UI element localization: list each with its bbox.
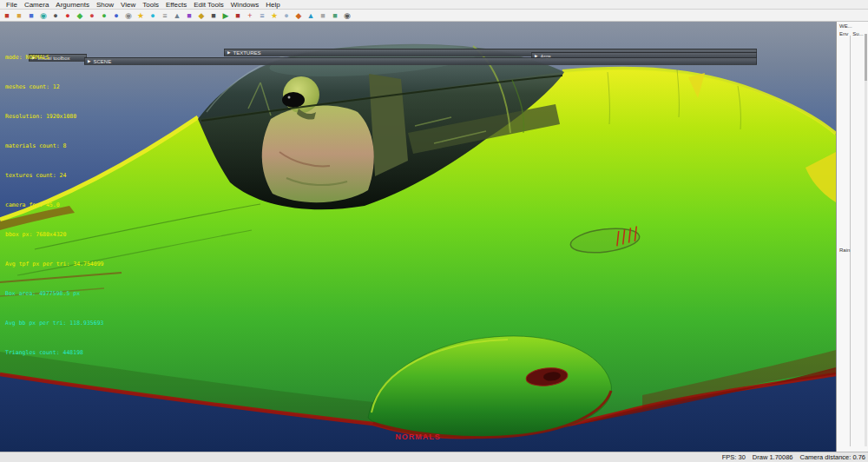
pilot-visor bbox=[282, 92, 305, 108]
toolbar-icon[interactable]: ◉ bbox=[38, 10, 49, 21]
toolbar-icon[interactable]: ● bbox=[148, 10, 158, 21]
toolbar-icon[interactable]: ■ bbox=[26, 10, 36, 21]
debug-stat-line: camera fov: 45.0 bbox=[5, 201, 104, 209]
panel-scrollbar[interactable] bbox=[865, 34, 867, 446]
status-camera-distance: Camera distance: 0.76 bbox=[800, 453, 865, 461]
status-fps: FPS: 30 bbox=[722, 453, 746, 461]
toolbar-icon[interactable]: ■ bbox=[2, 10, 12, 21]
toolbar-icon[interactable]: ■ bbox=[330, 10, 340, 21]
toolbar-icon[interactable]: ● bbox=[99, 10, 109, 21]
toolbar-icon[interactable]: ● bbox=[50, 10, 61, 21]
menu-item[interactable]: Arguments bbox=[52, 1, 93, 9]
toolbar-icon[interactable]: ● bbox=[87, 10, 97, 21]
menu-item[interactable]: Camera bbox=[21, 1, 52, 9]
collapse-arrow-icon: ▶ bbox=[227, 50, 230, 55]
toolbar-icon[interactable]: ◆ bbox=[293, 10, 304, 21]
toolbar-icon[interactable]: ★ bbox=[269, 10, 279, 21]
toolbar-icon[interactable]: ◆ bbox=[196, 10, 207, 21]
toolbar-icon[interactable]: ■ bbox=[318, 10, 328, 21]
right-panel-title: WE... bbox=[837, 22, 868, 29]
render-canvas bbox=[0, 22, 836, 452]
menu-item[interactable]: Edit Tools bbox=[190, 1, 227, 9]
menu-item[interactable]: Show bbox=[93, 1, 117, 9]
toolbar-icon[interactable]: ■ bbox=[14, 10, 24, 21]
toolbar-icon[interactable]: ◉ bbox=[342, 10, 352, 21]
status-draw: Draw 1.70086 bbox=[753, 453, 793, 461]
right-panel-item-rain[interactable]: Rain bbox=[839, 248, 850, 253]
render-mode-label: NORMALS bbox=[395, 432, 441, 441]
debug-stats-overlay: mode: NORMALS meshes count: 12 Resolutio… bbox=[5, 24, 104, 372]
debug-stat-line: Resolution: 1920x1080 bbox=[5, 113, 104, 121]
toolbar-icon[interactable]: ● bbox=[62, 10, 73, 21]
menu-item[interactable]: Tools bbox=[139, 1, 162, 9]
debug-stat-line: meshes count: 12 bbox=[5, 83, 104, 91]
debug-stat-line: Box area: 4977598.5 px bbox=[5, 290, 104, 298]
toolbar-icon[interactable]: ● bbox=[111, 10, 122, 21]
debug-stat-line: materials count: 8 bbox=[5, 142, 104, 150]
debug-stat-line: mode: NORMALS bbox=[5, 54, 104, 62]
toolbar-icon[interactable]: ▲ bbox=[172, 10, 182, 21]
debug-stat-line: Triangles count: 448198 bbox=[5, 349, 104, 357]
debug-stat-line: Avg tpf px per tri: 34.754099 bbox=[5, 261, 104, 268]
toolbar-icon[interactable]: ▶ bbox=[220, 10, 231, 21]
status-bar: FPS: 30 Draw 1.70086 Camera distance: 0.… bbox=[0, 452, 868, 462]
scrollbar-thumb[interactable] bbox=[865, 34, 867, 81]
debug-stat-line: bbox px: 7680x4320 bbox=[5, 231, 104, 239]
toolbar-icon[interactable]: + bbox=[245, 10, 255, 21]
imgui-window-title: TEXTURES bbox=[233, 50, 260, 56]
toolbar-icon[interactable]: ■ bbox=[208, 10, 219, 21]
right-panel-col-su[interactable]: Su... bbox=[852, 31, 863, 36]
menu-item[interactable]: Help bbox=[262, 1, 283, 9]
menu-item[interactable]: Windows bbox=[227, 1, 262, 9]
viewport-3d[interactable]: mode: NORMALS meshes count: 12 Resolutio… bbox=[0, 22, 836, 452]
toolbar-icon[interactable]: ■ bbox=[184, 10, 194, 21]
debug-stat-line: Avg bb px per tri: 118.935693 bbox=[5, 320, 104, 327]
toolbar-icon[interactable]: ★ bbox=[135, 10, 146, 21]
imgui-window-scene[interactable]: ▶ SCENE bbox=[84, 57, 757, 65]
panel-divider bbox=[850, 36, 851, 446]
toolbar-icon[interactable]: ≡ bbox=[257, 10, 267, 21]
menu-item[interactable]: Effects bbox=[162, 1, 190, 9]
toolbar: ■ ■ ■ ◉ ● ● ◆ ● ● ● ◉ ★ ● ≡ ▲ ■ ◆ ■ ▶ ■ … bbox=[0, 10, 868, 22]
menu-item[interactable]: File bbox=[3, 1, 21, 9]
toolbar-icon[interactable]: ≡ bbox=[160, 10, 170, 21]
menu-bar: File Camera Arguments Show View Tools Ef… bbox=[0, 0, 868, 10]
toolbar-icon[interactable]: ◉ bbox=[123, 10, 134, 21]
toolbar-icon[interactable]: ◆ bbox=[75, 10, 85, 21]
toolbar-icon[interactable]: ● bbox=[281, 10, 292, 21]
right-side-panel: WE... Env Su... Rain bbox=[836, 22, 868, 452]
right-panel-col-env[interactable]: Env bbox=[839, 31, 848, 36]
toolbar-icon[interactable]: ▲ bbox=[306, 10, 316, 21]
toolbar-icon[interactable]: ■ bbox=[233, 10, 243, 21]
menu-item[interactable]: View bbox=[117, 1, 139, 9]
debug-stat-line: textures count: 24 bbox=[5, 172, 104, 180]
